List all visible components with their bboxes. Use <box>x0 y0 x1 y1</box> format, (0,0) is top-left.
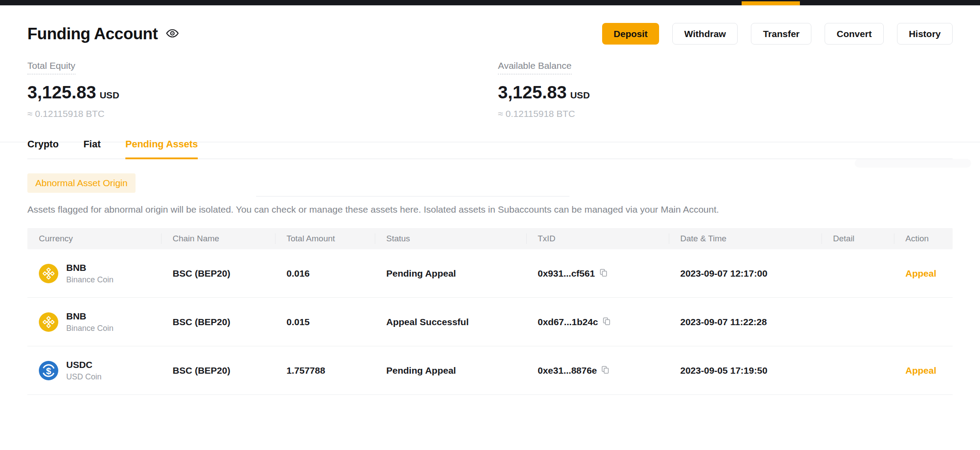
total-amount-cell: 0.016 <box>275 268 375 279</box>
tab-fiat[interactable]: Fiat <box>83 139 101 158</box>
date-time-cell: 2023-09-07 12:17:00 <box>669 268 822 279</box>
page-title: Funding Account <box>27 25 158 43</box>
column-header-date-time: Date & Time <box>669 228 822 249</box>
currency-cell: BNB Binance Coin <box>27 262 161 285</box>
column-header-total-amount: Total Amount <box>275 228 375 249</box>
appeal-link[interactable]: Appeal <box>905 268 936 278</box>
funding-account-page: Funding Account Deposit Withdraw Transfe… <box>0 23 980 395</box>
deposit-button[interactable]: Deposit <box>602 23 659 45</box>
column-header-chain-name: Chain Name <box>161 228 275 249</box>
abnormal-asset-origin-badge: Abnormal Asset Origin <box>27 173 136 193</box>
bnb-coin-icon <box>39 264 58 283</box>
column-header-txid: TxID <box>526 228 669 249</box>
toggle-balance-visibility-button[interactable] <box>166 26 179 41</box>
date-time-cell: 2023-09-07 11:22:28 <box>669 317 822 327</box>
copy-txid-button[interactable] <box>601 365 610 375</box>
coin-symbol: USDC <box>66 360 102 370</box>
pending-assets-table: Currency Chain Name Total Amount Status … <box>27 228 953 395</box>
browser-top-bar <box>0 0 980 5</box>
chain-name-cell: BSC (BEP20) <box>161 365 275 376</box>
txid-cell: 0xe31...8876e <box>526 365 669 376</box>
eye-icon <box>166 26 179 41</box>
bnb-coin-icon <box>39 312 58 332</box>
copy-icon <box>601 365 610 375</box>
withdraw-button[interactable]: Withdraw <box>672 23 738 45</box>
available-balance-btc-approx: ≈ 0.12115918 BTC <box>498 109 590 119</box>
balance-summary: Total Equity 3,125.83USD ≈ 0.12115918 BT… <box>27 60 953 119</box>
column-header-detail: Detail <box>822 228 894 249</box>
convert-button[interactable]: Convert <box>825 23 883 45</box>
total-equity-label: Total Equity <box>27 60 75 75</box>
active-tab-indicator <box>742 1 800 5</box>
txid-cell: 0x931...cf561 <box>526 268 669 279</box>
coin-symbol: BNB <box>66 311 113 322</box>
txid-value: 0x931...cf561 <box>538 268 595 279</box>
total-equity-btc-approx: ≈ 0.12115918 BTC <box>27 109 498 119</box>
total-amount-cell: 1.757788 <box>275 365 375 376</box>
appeal-link[interactable]: Appeal <box>905 365 936 375</box>
date-time-cell: 2023-09-05 17:19:50 <box>669 365 822 376</box>
table-row: BNB Binance Coin BSC (BEP20) 0.015 Appea… <box>27 298 953 346</box>
asset-tabs: Crypto Fiat Pending Assets <box>27 139 953 159</box>
chain-name-cell: BSC (BEP20) <box>161 268 275 279</box>
currency-cell: BNB Binance Coin <box>27 311 161 333</box>
table-row: BNB Binance Coin BSC (BEP20) 0.016 Pendi… <box>27 249 953 298</box>
column-header-action: Action <box>894 228 953 249</box>
available-balance-currency: USD <box>570 90 590 100</box>
status-cell: Pending Appeal <box>375 268 526 279</box>
coin-name: Binance Coin <box>66 324 113 333</box>
txid-value: 0xe31...8876e <box>538 365 597 376</box>
copy-icon <box>599 268 608 278</box>
chain-name-cell: BSC (BEP20) <box>161 317 275 327</box>
copy-txid-button[interactable] <box>602 317 611 327</box>
tab-crypto[interactable]: Crypto <box>27 139 59 158</box>
section-description: Assets flagged for abnormal origin will … <box>27 204 953 215</box>
usdc-coin-icon: $ <box>39 361 58 380</box>
available-balance-block: Available Balance 3,125.83USD ≈ 0.121159… <box>498 60 590 119</box>
table-header-row: Currency Chain Name Total Amount Status … <box>27 228 953 249</box>
tab-pending-assets[interactable]: Pending Assets <box>125 139 198 159</box>
coin-name: Binance Coin <box>66 275 113 285</box>
history-button[interactable]: History <box>897 23 953 45</box>
total-amount-cell: 0.015 <box>275 317 375 327</box>
coin-name: USD Coin <box>66 372 102 382</box>
top-bar-edge <box>0 5 980 6</box>
page-header: Funding Account Deposit Withdraw Transfe… <box>27 23 953 45</box>
copy-icon <box>602 317 611 327</box>
total-equity-block: Total Equity 3,125.83USD ≈ 0.12115918 BT… <box>27 60 498 119</box>
svg-text:$: $ <box>46 365 51 375</box>
available-balance-value: 3,125.83USD <box>498 82 590 102</box>
transfer-button[interactable]: Transfer <box>751 23 811 45</box>
coin-symbol: BNB <box>66 262 113 273</box>
txid-cell: 0xd67...1b24c <box>526 317 669 327</box>
currency-cell: $ USDC USD Coin <box>27 360 161 382</box>
copy-txid-button[interactable] <box>599 268 608 278</box>
total-equity-value: 3,125.83USD <box>27 82 498 102</box>
column-header-currency: Currency <box>27 228 161 249</box>
account-actions: Deposit Withdraw Transfer Convert Histor… <box>602 23 953 45</box>
table-row: $ USDC USD Coin BSC (BEP20) 1.757788 Pen… <box>27 346 953 395</box>
status-cell: Pending Appeal <box>375 365 526 376</box>
total-equity-currency: USD <box>100 90 119 100</box>
txid-value: 0xd67...1b24c <box>538 317 598 327</box>
available-balance-label: Available Balance <box>498 60 572 75</box>
status-cell: Appeal Successful <box>375 317 526 327</box>
column-header-status: Status <box>375 228 526 249</box>
